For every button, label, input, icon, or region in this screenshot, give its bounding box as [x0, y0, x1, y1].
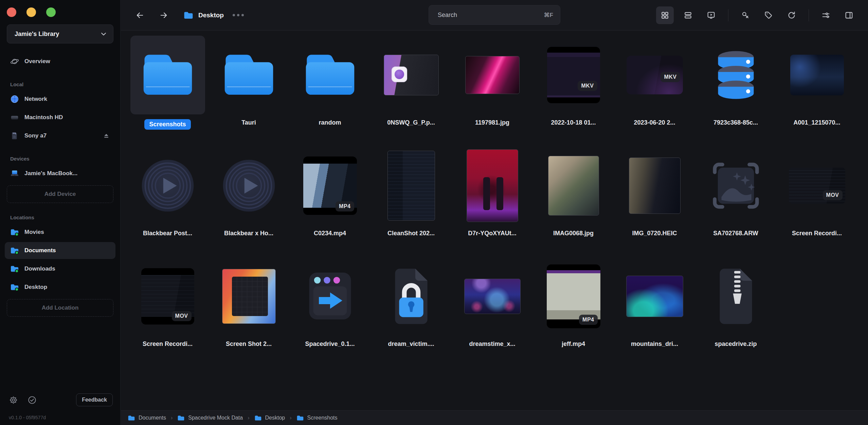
file-item[interactable]: SA702768.ARW [695, 146, 776, 248]
file-item[interactable]: Tauri [208, 36, 289, 137]
sidebar-item-macbook[interactable]: Jamie's MacBook... [5, 165, 115, 182]
close-window-button[interactable] [7, 7, 16, 17]
thumbnail-area [455, 36, 530, 114]
eject-icon[interactable] [103, 132, 110, 140]
sd-card-icon [10, 131, 19, 140]
file-item[interactable]: IMAG0068.jpg [533, 146, 614, 248]
media-view-button[interactable] [702, 6, 720, 24]
section-title-devices: Devices [10, 156, 120, 162]
topbar: Desktop ⌘F [121, 0, 868, 31]
video-thumbnail: MKV [547, 47, 600, 103]
breadcrumb-label: Spacedrive Mock Data [188, 415, 243, 421]
file-item[interactable]: MOVScreen Recordi... [776, 146, 857, 248]
file-name: 0NSWQ_G_P.p... [387, 119, 435, 126]
search-bar[interactable]: ⌘F [429, 5, 560, 25]
sidebar-item-label: Network [24, 96, 47, 103]
folder-icon [183, 11, 194, 20]
folder-icon [177, 415, 185, 421]
file-item[interactable]: Spacedrive_0.1... [289, 257, 370, 359]
key-manager-button[interactable] [737, 6, 754, 24]
sidebar-item-downloads[interactable]: Downloads [5, 260, 115, 277]
sidebar-item-overview[interactable]: Overview [5, 53, 115, 70]
library-switcher[interactable]: Jamie's Library [7, 24, 113, 43]
file-item[interactable]: Blackbear Post... [127, 146, 208, 248]
thumbnail-area [130, 146, 205, 225]
feedback-button[interactable]: Feedback [76, 393, 113, 406]
tag-button[interactable] [760, 6, 777, 24]
view-options-button[interactable] [817, 6, 835, 24]
inspector-toggle-button[interactable] [840, 6, 858, 24]
breadcrumb-item[interactable]: Spacedrive Mock Data [177, 415, 243, 421]
sidebar-item-label: Sony a7 [24, 132, 47, 139]
media-view-icon [706, 11, 716, 20]
thumbnail-area [699, 36, 773, 114]
check-circle-icon[interactable] [28, 395, 37, 405]
thumbnail-area [212, 146, 286, 225]
file-name: Blackbear Post... [143, 230, 192, 237]
forward-button[interactable] [156, 8, 171, 23]
sidebar-item-sony-a7[interactable]: Sony a7 [5, 127, 115, 144]
add-location-button[interactable]: Add Location [7, 299, 113, 317]
breadcrumb-item[interactable]: Screenshots [296, 415, 338, 421]
file-item[interactable]: Blackbear x Ho... [208, 146, 289, 248]
sidebar-item-network[interactable]: Network [5, 91, 115, 108]
back-button[interactable] [132, 8, 147, 23]
format-badge: MOV [823, 190, 843, 200]
file-item[interactable]: 7923c368-85c... [695, 36, 776, 137]
file-name: Screen Shot 2... [226, 340, 272, 348]
minimize-window-button[interactable] [26, 7, 36, 17]
thumbnail-area: MOV [130, 257, 205, 336]
grid-view-button[interactable] [656, 6, 674, 24]
globe-icon [10, 95, 19, 104]
more-options-icon[interactable] [233, 14, 244, 16]
file-item[interactable]: D7r-YQoXYAUt... [452, 146, 533, 248]
zoom-window-button[interactable] [46, 7, 56, 17]
sidebar-item-documents[interactable]: Documents [5, 242, 115, 259]
thumbnail-area [536, 146, 611, 225]
thumbnail-area [617, 146, 692, 225]
sidebar-item-macintosh-hd[interactable]: Macintosh HD [5, 109, 115, 126]
file-item[interactable]: IMG_0720.HEIC [614, 146, 695, 248]
add-device-button[interactable]: Add Device [7, 185, 113, 203]
file-item[interactable]: Screen Shot 2... [208, 257, 289, 359]
list-view-button[interactable] [679, 6, 697, 24]
file-item[interactable]: MKV2023-06-20 2... [614, 36, 695, 137]
file-item[interactable]: MOVScreen Recordi... [127, 257, 208, 359]
file-item[interactable]: dream_victim.... [370, 257, 452, 359]
thumbnail-area [780, 36, 854, 114]
file-item[interactable]: A001_1215070... [776, 36, 857, 137]
file-item[interactable]: mountains_dri... [614, 257, 695, 359]
file-name: Screen Recordi... [792, 230, 842, 237]
search-input[interactable] [438, 12, 544, 19]
file-item[interactable]: MP4jeff.mp4 [533, 257, 614, 359]
file-item[interactable]: CleanShot 202... [370, 146, 452, 248]
thumbnail-area [374, 146, 449, 225]
file-name: 7923c368-85c... [713, 119, 758, 126]
file-item[interactable]: Screenshots [127, 36, 208, 137]
format-badge: MKV [578, 81, 597, 91]
file-item[interactable]: 0NSWQ_G_P.p... [370, 36, 452, 137]
sidebar-item-label: Jamie's MacBook... [24, 170, 77, 177]
inspector-panel-icon [844, 11, 854, 20]
sidebar-item-desktop[interactable]: Desktop [5, 279, 115, 296]
file-item[interactable]: MP4C0234.mp4 [289, 146, 370, 248]
file-item[interactable]: 1197981.jpg [452, 36, 533, 137]
file-name: Blackbear x Ho... [224, 230, 273, 237]
file-name: Screen Recordi... [143, 340, 193, 348]
settings-gear-icon[interactable] [9, 395, 18, 405]
breadcrumb-item[interactable]: Desktop [254, 415, 285, 421]
file-item[interactable]: random [289, 36, 370, 137]
breadcrumb-item[interactable]: Documents [128, 415, 166, 421]
video-thumbnail [790, 55, 844, 95]
sidebar-item-movies[interactable]: Movies [5, 224, 115, 241]
file-item[interactable]: spacedrive.zip [695, 257, 776, 359]
key-icon [741, 11, 750, 20]
sidebar-footer: Feedback v0.1.0 - 05f9577d [0, 390, 120, 425]
file-item[interactable]: MKV2022-10-18 01... [533, 36, 614, 137]
thumbnail-area: MKV [536, 36, 611, 114]
thumbnail-area [374, 257, 449, 336]
refresh-button[interactable] [783, 6, 800, 24]
file-item[interactable]: dreamstime_x... [452, 257, 533, 359]
thumbnail-area: MOV [780, 146, 854, 225]
current-folder[interactable]: Desktop [183, 11, 224, 20]
